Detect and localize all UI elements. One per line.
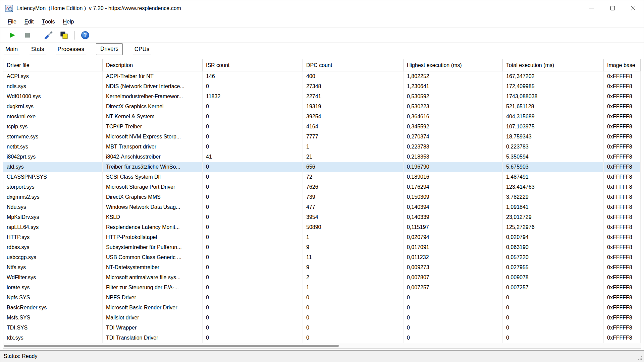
table-row[interactable]: i8042prt.sysi8042-Anschlusstreiber41210,… [3, 152, 641, 162]
app-icon[interactable] [5, 4, 13, 12]
table-cell: CLASSPNP.SYS [3, 172, 103, 182]
table-cell: 0xFFFFF8 [604, 262, 641, 273]
close-icon [631, 6, 636, 11]
table-cell: 0xFFFFF8 [604, 102, 641, 112]
table-cell: Microsoft NVM Express Storp... [103, 132, 203, 142]
table-cell: 477 [303, 202, 404, 212]
column-header-dpc-count[interactable]: DPC count [303, 59, 404, 71]
table-cell: KSLD [103, 212, 203, 222]
drivers-panel: Driver fileDescriptionISR countDPC count… [0, 55, 644, 350]
table-header-row: Driver fileDescriptionISR countDPC count… [3, 59, 641, 71]
table-cell: 23,012729 [503, 212, 604, 222]
table-cell: 404,315689 [503, 112, 604, 122]
table-row[interactable]: netbt.sysMBT Transport driver010,2237830… [3, 142, 641, 152]
tab-cpus[interactable]: CPUs [133, 44, 151, 55]
tab-drivers[interactable]: Drivers [96, 43, 123, 55]
table-row[interactable]: stornvme.sysMicrosoft NVM Express Storp.… [3, 132, 641, 142]
scrollbar-thumb[interactable] [4, 345, 339, 347]
help-button[interactable]: ? [77, 29, 93, 42]
table-cell: i8042prt.sys [3, 152, 103, 162]
table-row[interactable]: dxgkrnl.sysDirectX Graphics Kernel019319… [3, 102, 641, 112]
table-cell: dxgmms2.sys [3, 192, 103, 202]
table-cell: 0 [203, 102, 303, 112]
table-row[interactable]: TDI.SYSTDI Wrapper00000xFFFFF8 [3, 323, 641, 333]
table-cell: 0,150309 [404, 192, 503, 202]
status-text: Status: Ready [4, 353, 38, 359]
table-row[interactable]: tdx.sysTDI Translation Driver00000xFFFFF… [3, 333, 641, 343]
column-header-description[interactable]: Description [103, 59, 203, 71]
table-row[interactable]: Ndu.sysWindows Network Data Usag...04770… [3, 202, 641, 212]
column-header-total-execution-ms[interactable]: Total execution (ms) [503, 59, 604, 71]
table-cell: ntoskrnl.exe [3, 112, 103, 122]
table-cell: 0 [203, 122, 303, 132]
menu-item-file[interactable]: File [4, 16, 20, 27]
table-cell: 0 [203, 81, 303, 92]
table-row[interactable]: dxgmms2.sysDirectX Graphics MMS07390,150… [3, 192, 641, 202]
tab-processes[interactable]: Processes [56, 44, 86, 55]
toolbar-separator [38, 31, 38, 40]
table-cell: 0 [203, 333, 303, 343]
menu-item-tools[interactable]: Tools [38, 16, 59, 27]
table-cell: 0 [303, 333, 404, 343]
table-cell: 0,007807 [404, 273, 503, 283]
menu-item-help[interactable]: Help [59, 16, 78, 27]
table-cell: 0,027955 [503, 262, 604, 273]
table-row[interactable]: HTTP.sysHTTP-Protokollstapel010,0207940,… [3, 232, 641, 242]
horizontal-scrollbar[interactable] [3, 343, 641, 348]
table-row[interactable]: Ntfs.sysNT-Dateisystemtreiber090,0092730… [3, 262, 641, 273]
table-cell: 9 [303, 262, 404, 273]
table-row[interactable]: Wdf01000.sysKernelmodustreiber-Framewor.… [3, 92, 641, 102]
table-cell: 21 [303, 152, 404, 162]
maximize-button[interactable] [602, 0, 623, 16]
table-row[interactable]: ACPI.sysACPI-Treiber für NT1464001,80225… [3, 71, 641, 81]
table-row[interactable]: usbccgp.sysUSB Common Class Generic ...0… [3, 252, 641, 262]
tab-stats[interactable]: Stats [30, 44, 46, 55]
start-monitor-button[interactable] [4, 29, 20, 42]
table-row[interactable]: storport.sysMicrosoft Storage Port Drive… [3, 182, 641, 192]
minimize-button[interactable] [581, 0, 602, 16]
table-row[interactable]: ntoskrnl.exeNT Kernel & System0392540,36… [3, 112, 641, 122]
table-row[interactable]: BasicRender.sysMicrosoft Basic Render Dr… [3, 303, 641, 313]
table-cell: 18,759343 [503, 132, 604, 142]
table-cell: 1,802252 [404, 71, 503, 81]
table-row[interactable]: WdFilter.sysMicrosoft antimalware file s… [3, 273, 641, 283]
table-cell: 0,530223 [404, 102, 503, 112]
table-row[interactable]: rdbss.sysSubsystemtreiber für Pufferun..… [3, 242, 641, 252]
table-row[interactable]: MpKslDrv.sysKSLD039540,14033923,0127290x… [3, 212, 641, 222]
table-row[interactable]: Npfs.SYSNPFS Driver00000xFFFFF8 [3, 293, 641, 303]
tab-main[interactable]: Main [4, 44, 19, 55]
table-row[interactable]: Msfs.SYSMailslot driver00000xFFFFF8 [3, 313, 641, 323]
column-header-driver-file[interactable]: Driver file [3, 59, 103, 71]
menu-bar: File Edit Tools Help [0, 16, 644, 27]
table-cell: 521,651128 [503, 102, 604, 112]
close-button[interactable] [623, 0, 644, 16]
resize-grip-icon[interactable] [637, 355, 643, 361]
table-cell: Ntfs.sys [3, 262, 103, 273]
table-cell: NT-Dateisystemtreiber [103, 262, 203, 273]
table-cell: 0 [404, 313, 503, 323]
table-cell: 0xFFFFF8 [604, 293, 641, 303]
table-cell: 0 [503, 333, 604, 343]
table-cell: 0 [203, 182, 303, 192]
table-row[interactable]: rspLLL64.sysResplendence Latency Monit..… [3, 222, 641, 232]
table-row[interactable]: afd.sysTreiber für zusätzliche WinSo...0… [3, 162, 641, 172]
table-row[interactable]: CLASSPNP.SYSSCSI Class System Dll0720,18… [3, 172, 641, 182]
table-cell: 0 [404, 323, 503, 333]
table-cell: 4164 [303, 122, 404, 132]
stop-monitor-button[interactable] [20, 29, 35, 42]
column-header-highest-execution-ms[interactable]: Highest execution (ms) [404, 59, 503, 71]
menu-item-edit[interactable]: Edit [20, 16, 38, 27]
table-row[interactable]: ndis.sysNDIS (Network Driver Interface..… [3, 81, 641, 92]
table-row[interactable]: iorate.sysFilter zur Steuerung der E/A-.… [3, 283, 641, 293]
table-cell: 0xFFFFF8 [604, 252, 641, 262]
table-row[interactable]: tcpip.sysTCP/IP-Treiber041640,345592107,… [3, 122, 641, 132]
column-header-isr-count[interactable]: ISR count [203, 59, 303, 71]
table-cell: 0,364616 [404, 112, 503, 122]
table-cell: 0,017091 [404, 242, 503, 252]
column-header-image-base[interactable]: Image base [604, 59, 641, 71]
table-cell: HTTP.sys [3, 232, 103, 242]
options-button[interactable] [41, 29, 56, 42]
table-cell: rspLLL64.sys [3, 222, 103, 232]
report-button[interactable] [56, 29, 72, 42]
table-cell: Npfs.SYS [3, 293, 103, 303]
